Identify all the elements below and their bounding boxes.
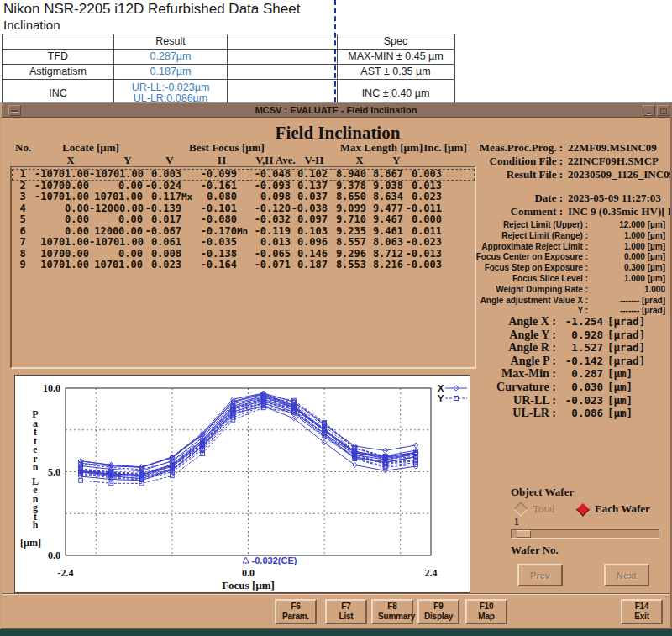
cell-value bbox=[237, 181, 250, 192]
wafer-slider-thumb[interactable] bbox=[517, 530, 531, 538]
cell-value: -0.035 bbox=[195, 237, 237, 249]
cell-value: -12000.00 bbox=[89, 203, 143, 215]
evaluate-window: MCSV : EVALUATE - Field Inclination Fiel… bbox=[0, 102, 672, 629]
cell-value: 0.037 bbox=[291, 192, 328, 203]
measurement-row[interactable]: 50.000.000.017-0.080-0.0320.0979.7109.46… bbox=[12, 214, 475, 226]
parameter-line: Weight Dumping Rate :1.000 bbox=[469, 285, 672, 296]
radio-each-wafer[interactable]: Each Wafer bbox=[578, 502, 650, 516]
measurement-row[interactable]: 2-10700.000.00-0.024-0.161-0.0930.1379.3… bbox=[12, 181, 475, 192]
cell-value: 0.013 bbox=[403, 181, 442, 192]
parameter-line: Focus Slice Level :1.000 [µm] bbox=[469, 274, 672, 285]
svg-text:[µm]: [µm] bbox=[20, 537, 41, 549]
cell-value: 0.00 bbox=[30, 203, 89, 215]
cell-value: 0.098 bbox=[250, 192, 291, 203]
fkey-param-button[interactable]: F6Param. bbox=[275, 599, 317, 624]
cell-value: 0.102 bbox=[291, 169, 328, 181]
column-group-header: Locate [µm] bbox=[62, 141, 119, 155]
cell-value: 0.008 bbox=[143, 249, 181, 260]
svg-text:0.0: 0.0 bbox=[48, 549, 60, 561]
cell-value: 8.650 bbox=[328, 192, 366, 203]
spec-divider-line bbox=[334, 0, 336, 102]
cell-value bbox=[237, 169, 250, 181]
measurement-row[interactable]: 40.00-12000.00-0.139-0.101-0.120-0.0389.… bbox=[12, 203, 475, 215]
cell-value: 0.103 bbox=[291, 226, 328, 238]
row-number: 1 bbox=[15, 169, 30, 181]
measurement-list[interactable]: 1-10701.00-10701.000.003-0.099-0.0480.10… bbox=[10, 166, 476, 369]
cell-value: -10701.00 bbox=[30, 169, 89, 181]
file-info-line: Result File :20230509_1126_INC09H bbox=[469, 168, 672, 181]
svg-text:Focus [µm]: Focus [µm] bbox=[222, 579, 275, 591]
cell-value: -0.164 bbox=[195, 260, 237, 271]
column-group-header: Best Focus [µm] bbox=[189, 141, 265, 155]
svg-text:n: n bbox=[33, 461, 39, 473]
cell-value: -0.038 bbox=[291, 203, 328, 215]
measurement-row[interactable]: 1-10701.00-10701.000.003-0.099-0.0480.10… bbox=[12, 169, 475, 181]
cell-value: 0.00 bbox=[89, 249, 143, 260]
cell-value bbox=[181, 237, 195, 249]
parameter-line: Reject Limit (Upper) :12.000 [µm] bbox=[469, 220, 672, 231]
spec-row-spec: MAX-MIN ± 0.45 µm bbox=[338, 50, 454, 64]
cell-value: 9.038 bbox=[366, 181, 403, 192]
cell-value bbox=[181, 226, 195, 238]
spec-row-result: 0.187µm bbox=[114, 65, 227, 79]
cell-value: 12000.00 bbox=[89, 226, 143, 238]
cell-value: 0.187 bbox=[291, 260, 328, 271]
cell-value bbox=[237, 237, 250, 249]
row-number: 2 bbox=[15, 181, 30, 192]
spec-row-label: TFD bbox=[3, 50, 113, 64]
result-line: Angle X :-1.254[µrad] bbox=[469, 315, 672, 329]
measurement-row[interactable]: 710701.00-10701.000.061-0.0350.0130.0968… bbox=[12, 237, 475, 249]
cell-value: 0.00 bbox=[89, 214, 143, 226]
cell-value: -0.119 bbox=[250, 226, 291, 238]
column-group-header: Max Length [µm] bbox=[340, 141, 423, 155]
row-number: 9 bbox=[15, 260, 30, 271]
cell-value: -0.099 bbox=[195, 169, 237, 181]
cell-value: 8.712 bbox=[366, 249, 403, 260]
fkey-list-button[interactable]: F7List bbox=[325, 599, 367, 624]
cell-value: -0.139 bbox=[143, 203, 181, 215]
measurement-row[interactable]: 810700.000.000.008-0.138-0.0650.1469.296… bbox=[12, 249, 475, 260]
cell-value: 9.235 bbox=[328, 226, 366, 238]
spec-table: Result Spec TFD 0.287µm MAX-MIN ± 0.45 µ… bbox=[2, 34, 455, 108]
cell-value bbox=[237, 203, 250, 215]
cell-value: -0.067 bbox=[143, 226, 181, 238]
cell-value: 0.000 bbox=[403, 214, 442, 226]
cell-value: -0.003 bbox=[403, 260, 442, 271]
next-button[interactable]: Next bbox=[604, 564, 649, 586]
chart-panel: 10.05.00.0-2.40.02.4Focus [µm]PatternLen… bbox=[14, 375, 470, 593]
fkey-exit-button[interactable]: F14Exit bbox=[621, 599, 663, 624]
measurement-row[interactable]: 3-10701.0010701.000.117Mx0.0800.0980.037… bbox=[12, 192, 475, 203]
cell-value bbox=[181, 214, 195, 226]
cell-value: 8.940 bbox=[328, 169, 366, 181]
row-number: 7 bbox=[15, 237, 30, 249]
cell-value: 0.023 bbox=[403, 192, 442, 203]
prev-button[interactable]: Prev bbox=[517, 564, 563, 586]
object-wafer-label: Object Wafer bbox=[511, 486, 574, 499]
cell-value: -10701.00 bbox=[30, 192, 89, 203]
cell-value: 8.553 bbox=[328, 260, 366, 271]
svg-text:Y: Y bbox=[438, 393, 444, 403]
cell-value: 8.867 bbox=[366, 169, 403, 181]
measurement-row[interactable]: 60.0012000.00-0.067-0.170Mn-0.1190.1039.… bbox=[12, 226, 475, 238]
cell-value: -0.101 bbox=[195, 203, 237, 215]
row-number: 5 bbox=[15, 214, 30, 226]
measurement-row[interactable]: 910701.0010701.000.023-0.164-0.0710.1878… bbox=[12, 260, 475, 271]
fkey-map-button[interactable]: F10Map bbox=[465, 599, 507, 624]
cell-value: 0.117 bbox=[143, 192, 181, 203]
fkey-summary-button[interactable]: F8Summary bbox=[371, 599, 413, 624]
cell-value: Mx bbox=[181, 192, 195, 203]
wafer-number-slider[interactable] bbox=[511, 529, 659, 539]
fkey-display-button[interactable]: F9Display bbox=[417, 599, 459, 624]
row-number: 4 bbox=[15, 203, 30, 215]
svg-text:0.0: 0.0 bbox=[242, 567, 255, 579]
cell-value bbox=[237, 260, 250, 271]
cell-value: 0.003 bbox=[403, 169, 442, 181]
cell-value: -0.080 bbox=[195, 214, 237, 226]
radio-total[interactable]: Total bbox=[516, 502, 555, 516]
cell-value bbox=[181, 203, 195, 215]
page-title: Nikon NSR-2205 i12D Refurbished Data She… bbox=[3, 1, 300, 18]
cell-value: -0.161 bbox=[195, 181, 237, 192]
svg-text:10.0: 10.0 bbox=[43, 382, 60, 394]
cell-value: -0.048 bbox=[250, 169, 291, 181]
parameter-line: Focus Step on Exposure :0.300 [µm] bbox=[469, 263, 672, 274]
